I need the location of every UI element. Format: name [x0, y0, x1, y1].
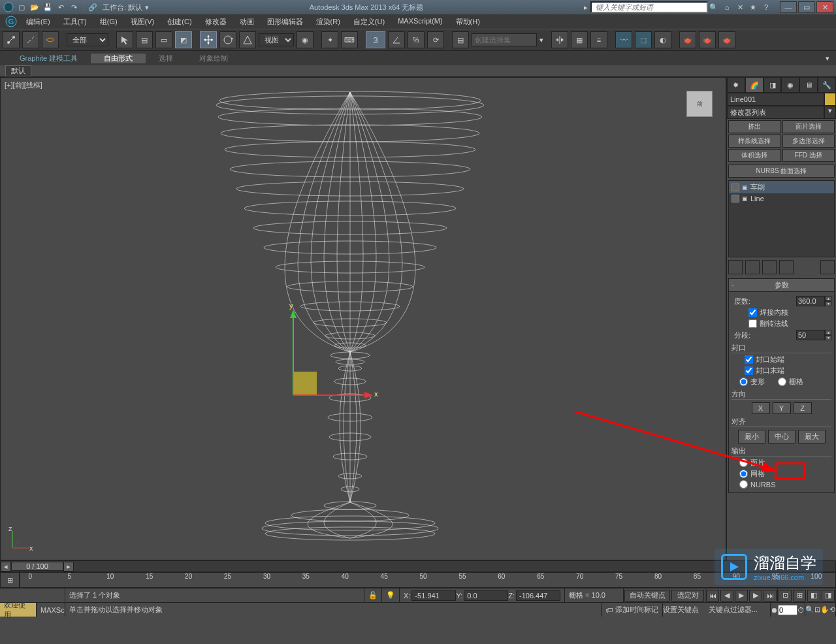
viewport-nav-1-icon[interactable]: ⊡	[779, 590, 792, 602]
cap-start-checkbox[interactable]	[745, 355, 753, 364]
zoom-all-icon[interactable]: ⊡	[814, 605, 820, 614]
cap-end-checkbox[interactable]	[745, 366, 753, 375]
align-icon[interactable]: ▦	[571, 31, 588, 48]
named-sel-set-input[interactable]	[472, 33, 537, 46]
zoom-icon[interactable]: 🔍	[805, 605, 814, 614]
select-object-icon[interactable]	[116, 31, 133, 48]
ribbon-tab[interactable]: 自由形式	[91, 54, 146, 63]
viewcube[interactable]: 前	[686, 91, 713, 117]
display-tab-icon[interactable]: 🖥	[799, 77, 818, 93]
grid-radio[interactable]	[778, 378, 786, 386]
next-frame-button[interactable]: ▸	[63, 562, 74, 572]
stack-item-lathe[interactable]: ▣ 车削	[729, 181, 834, 193]
menu-item[interactable]: 帮助(H)	[449, 17, 487, 27]
pan-icon[interactable]: ✋	[820, 605, 829, 614]
angle-snap-icon[interactable]	[388, 31, 405, 48]
viewport[interactable]: [+][前][线框] 前	[0, 77, 726, 560]
autokey-button[interactable]: 自动关键点	[624, 590, 670, 602]
hierarchy-tab-icon[interactable]: ◨	[764, 77, 782, 93]
search-input[interactable]	[590, 1, 708, 13]
minimize-button[interactable]: —	[780, 1, 797, 13]
app-icon[interactable]	[3, 1, 14, 13]
subscription-icon[interactable]: ⌂	[721, 1, 733, 13]
object-color-swatch[interactable]	[824, 93, 836, 106]
maximize-button[interactable]: ▭	[798, 1, 815, 13]
btn-spline-sel[interactable]: 样条线选择	[728, 135, 781, 148]
open-icon[interactable]: 📂	[29, 1, 40, 13]
time-config-icon[interactable]: ⏱	[797, 606, 805, 614]
btn-ffd-sel[interactable]: FFD 选择	[782, 149, 835, 162]
pin-stack-icon[interactable]	[728, 260, 743, 274]
prev-key-icon[interactable]: ◀	[720, 590, 733, 602]
z-coord-input[interactable]	[516, 590, 560, 601]
dir-x-button[interactable]: X	[752, 402, 770, 414]
utilities-tab-icon[interactable]: 🔧	[818, 77, 836, 93]
time-slider-handle[interactable]: 0 / 100	[11, 562, 63, 571]
stack-bulb-icon[interactable]	[732, 184, 739, 191]
window-crossing-icon[interactable]: ◩	[175, 31, 192, 48]
current-frame-input[interactable]	[778, 605, 797, 615]
x-coord-input[interactable]	[411, 590, 456, 601]
link-tool-icon[interactable]	[3, 31, 20, 48]
viewport-nav-4-icon[interactable]: ◨	[822, 590, 835, 602]
show-end-result-icon[interactable]	[745, 260, 760, 274]
align-min-button[interactable]: 最小	[738, 430, 765, 443]
plus-icon[interactable]: ▣	[742, 195, 748, 202]
remove-modifier-icon[interactable]	[779, 260, 794, 274]
render-production-icon[interactable]: 🫖	[718, 31, 735, 48]
viewport-label[interactable]: [+][前][线框]	[5, 80, 42, 90]
isolate-selection-icon[interactable]: 💡	[386, 591, 395, 600]
plus-icon[interactable]: ▣	[742, 184, 748, 191]
stack-bulb-icon[interactable]	[732, 195, 739, 202]
save-icon[interactable]: 💾	[42, 1, 54, 13]
edit-named-sel-icon[interactable]: ▤	[452, 31, 469, 48]
selkey-dropdown[interactable]: 选定对	[671, 590, 704, 602]
btn-vol-sel[interactable]: 体积选择	[728, 149, 781, 162]
goto-end-icon[interactable]: ⏭	[764, 590, 777, 602]
btn-poly-sel[interactable]: 多边形选择	[782, 135, 835, 148]
mirror-icon[interactable]	[551, 31, 568, 48]
modify-tab-icon[interactable]: 🌈	[745, 77, 764, 93]
chevron-down-icon[interactable]: ▾	[539, 36, 543, 44]
viewport-nav-3-icon[interactable]: ◧	[807, 590, 820, 602]
snap-toggle-icon[interactable]: 3	[366, 31, 385, 48]
spinner-up-icon[interactable]: ▴	[825, 330, 831, 335]
menu-item[interactable]: 修改器	[199, 17, 233, 27]
rollout-header-params[interactable]: - 参数	[728, 278, 835, 292]
key-filters-button[interactable]: 关键点过滤器...	[709, 605, 770, 615]
weld-core-checkbox[interactable]	[748, 308, 757, 317]
schematic-view-icon[interactable]: ⬚	[635, 31, 652, 48]
pivot-center-icon[interactable]: ◉	[297, 31, 314, 48]
trackbar-toggle-icon[interactable]: ⊞	[0, 572, 20, 588]
menu-item[interactable]: 渲染(R)	[310, 17, 347, 27]
out-patch-radio[interactable]	[739, 459, 748, 467]
spinner-down-icon[interactable]: ▾	[825, 301, 831, 306]
viewport-nav-2-icon[interactable]: ⊞	[793, 590, 806, 602]
btn-nurbs-surf[interactable]: NURBS 曲面选择	[728, 165, 835, 178]
ribbon-tab[interactable]: Graphite 建模工具	[7, 54, 91, 63]
orbit-icon[interactable]: ⟲	[829, 605, 835, 614]
configure-sets-icon[interactable]	[820, 260, 835, 274]
spinner-down-icon[interactable]: ▾	[825, 335, 831, 340]
exchange-icon[interactable]: ✕	[734, 1, 746, 13]
time-tag-icon[interactable]: 🏷	[605, 606, 613, 614]
ribbon-tab[interactable]: 对象绘制	[186, 54, 241, 63]
menu-item[interactable]: 组(G)	[93, 17, 124, 27]
material-editor-icon[interactable]: ◐	[654, 31, 671, 48]
stack-item-line[interactable]: ▣ Line	[729, 193, 834, 204]
favorites-icon[interactable]: ★	[747, 1, 759, 13]
segments-input[interactable]	[796, 330, 825, 340]
workspace-label[interactable]: 工作台: 默认	[103, 3, 142, 12]
ribbon-panel-label[interactable]: 默认	[5, 65, 31, 76]
manipulate-icon[interactable]: ✦	[321, 31, 338, 48]
bind-space-warp-icon[interactable]	[42, 31, 59, 48]
add-time-tag[interactable]: 添加时间标记	[615, 605, 658, 615]
ribbon-toggle-icon[interactable]: ▾	[826, 54, 829, 63]
select-by-name-icon[interactable]: ▤	[136, 31, 153, 48]
flip-normals-checkbox[interactable]	[748, 319, 757, 328]
layer-manager-icon[interactable]: ≡	[590, 31, 607, 48]
select-rotate-icon[interactable]	[219, 31, 236, 48]
chevron-down-icon[interactable]: ▾	[824, 106, 836, 119]
object-name-input[interactable]	[727, 93, 824, 106]
help-icon[interactable]: ?	[760, 1, 772, 13]
